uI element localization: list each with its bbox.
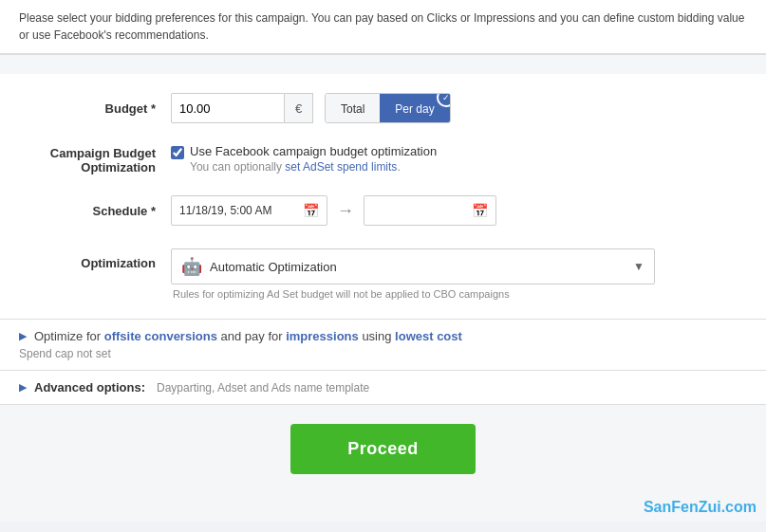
cbo-label: Campaign Budget Optimization: [19, 144, 171, 174]
optimization-label: Optimization: [19, 248, 171, 270]
budget-input[interactable]: [171, 93, 285, 123]
optimization-hint: Rules for optimizing Ad Set budget will …: [171, 288, 747, 300]
offsite-conversions-link[interactable]: offsite conversions: [104, 329, 217, 343]
chevron-down-icon: ▼: [633, 260, 645, 273]
advanced-section: ▶ Advanced options: Dayparting, Adset an…: [0, 371, 766, 405]
advanced-chevron-icon: ▶: [19, 381, 27, 394]
cbo-checkbox[interactable]: [171, 146, 184, 159]
robot-icon: 🤖: [181, 256, 202, 277]
start-calendar-icon: 📅: [303, 203, 319, 218]
optimization-select[interactable]: 🤖 Automatic Optimization ▼: [171, 248, 655, 284]
start-date-input[interactable]: 11/18/19, 5:00 AM 📅: [171, 195, 327, 226]
budget-controls: € Total Per day: [171, 93, 747, 123]
optimization-row: Optimization 🤖 Automatic Optimization ▼ …: [0, 235, 766, 309]
schedule-label: Schedule *: [19, 204, 171, 218]
toggle-total-button[interactable]: Total: [326, 94, 380, 123]
currency-symbol: €: [285, 93, 313, 123]
cbo-checkbox-content: Use Facebook campaign budget optimizatio…: [190, 144, 437, 174]
end-date-input[interactable]: 📅: [364, 195, 496, 226]
adset-spend-limits-link[interactable]: set AdSet spend limits: [285, 160, 397, 174]
form-section: Budget * € Total Per day Campaign Budget…: [0, 74, 766, 319]
spend-cap-text: Spend cap not set: [19, 347, 747, 360]
summary-text: Optimize for offsite conversions and pay…: [34, 329, 462, 343]
impressions-link[interactable]: impressions: [286, 329, 359, 343]
main-content: Budget * € Total Per day Campaign Budget…: [0, 55, 766, 522]
advanced-label[interactable]: Advanced options:: [34, 380, 145, 394]
optimization-value: Automatic Optimization: [210, 260, 337, 274]
cbo-checkbox-label: Use Facebook campaign budget optimizatio…: [190, 144, 437, 158]
budget-label: Budget *: [19, 101, 171, 116]
watermark: SanFenZui.com: [0, 493, 766, 522]
budget-row: Budget * € Total Per day: [0, 83, 766, 133]
schedule-controls: 11/18/19, 5:00 AM 📅 → 📅: [171, 195, 747, 226]
cbo-checkbox-row: Use Facebook campaign budget optimizatio…: [171, 144, 747, 174]
optimization-controls: 🤖 Automatic Optimization ▼ Rules for opt…: [171, 248, 747, 300]
schedule-arrow-icon: →: [337, 201, 354, 221]
proceed-button[interactable]: Proceed: [290, 424, 476, 474]
advanced-description: Dayparting, Adset and Ads name template: [157, 381, 369, 394]
toggle-perday-button[interactable]: Per day: [380, 94, 449, 123]
budget-toggle-group: Total Per day: [325, 93, 451, 123]
optimization-select-wrap: 🤖 Automatic Optimization ▼: [171, 248, 655, 284]
cbo-row: Campaign Budget Optimization Use Faceboo…: [0, 133, 766, 186]
top-description: Please select your bidding preferences f…: [0, 0, 766, 54]
cbo-subtext: You can optionally set AdSet spend limit…: [190, 160, 437, 174]
summary-chevron-icon: ▶: [19, 330, 27, 342]
schedule-row: Schedule * 11/18/19, 5:00 AM 📅 → 📅: [0, 186, 766, 235]
summary-section: ▶ Optimize for offsite conversions and p…: [0, 319, 766, 371]
lowest-cost-link[interactable]: lowest cost: [395, 329, 462, 343]
cbo-controls: Use Facebook campaign budget optimizatio…: [171, 144, 747, 174]
summary-row: ▶ Optimize for offsite conversions and p…: [19, 329, 747, 343]
proceed-section: Proceed: [0, 405, 766, 493]
end-calendar-icon: 📅: [472, 203, 488, 218]
